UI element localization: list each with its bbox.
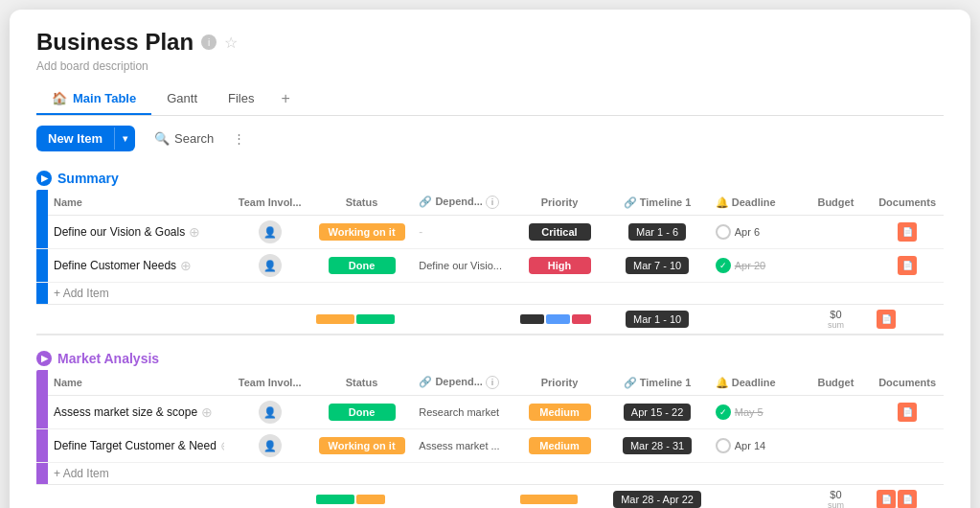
add-item-row-summary[interactable]: + Add Item	[36, 283, 944, 305]
add-icon[interactable]: ⊕	[201, 404, 213, 420]
table-area: ▶ Summary Name Team Invol... Status 🔗 De…	[10, 161, 970, 508]
toolbar: New Item ▾ 🔍 Search ⋮	[10, 116, 970, 161]
section-market-title[interactable]: Market Analysis	[57, 351, 159, 366]
status-badge[interactable]: Working on it	[319, 437, 405, 454]
add-icon[interactable]: ⊕	[189, 224, 200, 240]
deadline-cell: ✓ Apr 20	[716, 258, 795, 273]
deadline-text: Apr 6	[735, 226, 760, 238]
priority-badge[interactable]: High	[529, 257, 591, 274]
table-row: Define our Vision & Goals ⊕ 👤 Working on…	[36, 216, 944, 249]
row-name: Define Target Customer & Need ⊕	[54, 438, 224, 453]
col-deadline-header-market: 🔔 Deadline	[710, 370, 801, 396]
dep-info-icon2[interactable]: i	[486, 376, 499, 389]
section-summary-title-wrapper: ▶ Summary	[36, 171, 938, 186]
col-team-header-market: Team Invol...	[230, 370, 310, 396]
board-description[interactable]: Add board description	[36, 59, 944, 73]
bar-done	[356, 314, 395, 324]
file-icon-sum1[interactable]: 📄	[877, 490, 896, 508]
link-icon-dep2: 🔗	[419, 376, 432, 387]
file-icon-sum[interactable]: 📄	[877, 310, 896, 329]
add-item-label[interactable]: + Add Item	[48, 283, 944, 305]
avatar: 👤	[259, 220, 282, 243]
budget-sum-market: $0 sum	[807, 489, 866, 508]
file-icon[interactable]: 📄	[898, 222, 917, 242]
col-docs-header-market: Documents	[871, 370, 944, 396]
tab-main-table-label: Main Table	[73, 91, 136, 105]
tabs-row: 🏠 Main Table Gantt Files +	[36, 82, 944, 116]
avatar: 👤	[259, 254, 282, 277]
board-title: Business Plan	[36, 29, 194, 56]
tab-add[interactable]: +	[269, 82, 301, 115]
priority-sum-bars	[520, 314, 600, 324]
col-status-header-summary: Status	[310, 190, 414, 216]
priority-badge[interactable]: Medium	[529, 404, 591, 421]
deadline-check[interactable]	[716, 224, 731, 240]
link-icon-timeline: 🔗	[624, 196, 637, 208]
filter-icon[interactable]: ⋮	[233, 131, 245, 146]
col-team-header-summary: Team Invol...	[230, 190, 310, 216]
status-badge[interactable]: Done	[329, 257, 396, 274]
info-icon[interactable]: i	[201, 35, 217, 50]
dependency-text: Define our Visio...	[419, 260, 502, 271]
row-border	[36, 463, 48, 485]
add-icon[interactable]: ⊕	[220, 438, 224, 453]
priority-badge[interactable]: Critical	[529, 223, 591, 241]
col-docs-header-summary: Documents	[871, 190, 944, 216]
row-border	[36, 249, 48, 283]
row-border	[36, 396, 48, 429]
timeline-badge: Mar 7 - 10	[626, 257, 689, 274]
add-icon[interactable]: ⊕	[180, 258, 192, 273]
link-icon-timeline2: 🔗	[624, 377, 637, 388]
file-icon-sum2[interactable]: 📄	[898, 490, 917, 508]
deadline-check[interactable]: ✓	[716, 258, 731, 273]
bell-icon-deadline2: 🔔	[716, 377, 729, 388]
new-item-dropdown-arrow[interactable]: ▾	[114, 127, 135, 150]
avatar: 👤	[259, 434, 282, 457]
search-button[interactable]: 🔍 Search	[143, 126, 225, 151]
file-icon[interactable]: 📄	[898, 256, 917, 275]
col-timeline-header-market: 🔗 Timeline 1	[604, 370, 709, 396]
status-sum-bars-market	[316, 495, 408, 504]
tab-files[interactable]: Files	[213, 83, 269, 115]
col-priority-header-summary: Priority	[514, 190, 605, 216]
budget-sum: $0 sum	[807, 309, 866, 330]
bar-working	[316, 314, 354, 324]
new-item-button[interactable]: New Item ▾	[36, 126, 135, 151]
col-deadline-header-summary: 🔔 Deadline	[710, 190, 801, 216]
add-item-row-market[interactable]: + Add Item	[36, 463, 944, 485]
dependency-text: Assess market ...	[419, 440, 499, 451]
deadline-check[interactable]	[716, 438, 731, 453]
table-row: Define Target Customer & Need ⊕ 👤 Workin…	[36, 429, 944, 463]
add-item-label[interactable]: + Add Item	[48, 463, 944, 485]
tab-gantt[interactable]: Gantt	[151, 83, 213, 115]
priority-badge[interactable]: Medium	[529, 437, 591, 454]
summary-row-summary: Mar 1 - 10 $0 sum 📄	[36, 305, 944, 335]
dependency-text: Research market	[419, 406, 499, 418]
file-icon[interactable]: 📄	[898, 403, 917, 422]
section-market-analysis: ▶ Market Analysis Name Team Invol... Sta…	[36, 335, 944, 508]
summary-timeline-market: Mar 28 - Apr 22	[613, 491, 701, 508]
section-market-header-row: ▶ Market Analysis	[36, 335, 944, 370]
col-priority-header-market: Priority	[514, 370, 605, 396]
star-icon[interactable]: ☆	[224, 34, 238, 52]
avatar: 👤	[259, 401, 282, 424]
section-summary-title[interactable]: Summary	[57, 171, 119, 186]
dep-info-icon[interactable]: i	[486, 196, 499, 209]
deadline-check[interactable]: ✓	[716, 404, 731, 420]
priority-sum-bars-market	[520, 495, 600, 504]
status-badge[interactable]: Working on it	[319, 223, 405, 241]
border-col-market	[36, 370, 48, 396]
tab-main-table[interactable]: 🏠 Main Table	[36, 83, 151, 115]
table-row: Define Customer Needs ⊕ 👤 Done Define ou…	[36, 249, 944, 283]
bell-icon-deadline: 🔔	[716, 196, 729, 208]
deadline-cell: Apr 14	[716, 438, 795, 453]
row-name: Assess market size & scope ⊕	[54, 404, 224, 420]
col-depend-header-market: 🔗 Depend... i	[413, 370, 513, 396]
bar-blue	[546, 314, 570, 324]
summary-timeline: Mar 1 - 10	[626, 311, 689, 328]
dependency-text: -	[419, 225, 422, 239]
status-badge[interactable]: Done	[329, 404, 396, 421]
col-headers-summary: Name Team Invol... Status 🔗 Depend... i …	[36, 190, 944, 216]
col-name-header-market: Name	[48, 370, 230, 396]
col-headers-market: Name Team Invol... Status 🔗 Depend... i …	[36, 370, 944, 396]
